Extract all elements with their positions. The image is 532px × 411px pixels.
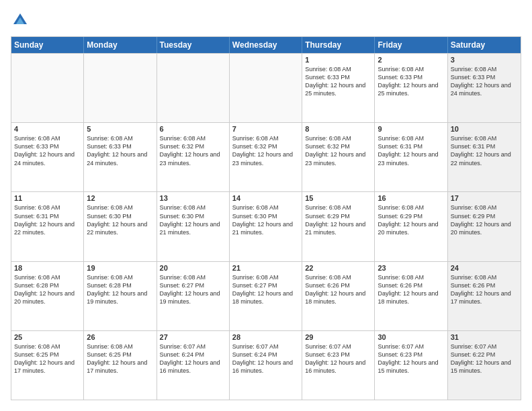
day-info: Sunrise: 6:08 AM Sunset: 6:31 PM Dayligh… — [14, 203, 81, 236]
day-info: Sunrise: 6:08 AM Sunset: 6:29 PM Dayligh… — [451, 203, 518, 236]
calendar-cell — [84, 54, 157, 122]
calendar-row-5: 25Sunrise: 6:08 AM Sunset: 6:25 PM Dayli… — [11, 330, 521, 400]
calendar-header: SundayMondayTuesdayWednesdayThursdayFrid… — [11, 37, 521, 53]
day-number: 18 — [14, 264, 81, 272]
calendar-cell — [157, 54, 230, 122]
day-number: 22 — [305, 264, 371, 272]
header-day-monday: Monday — [84, 37, 157, 53]
day-number: 30 — [378, 333, 444, 341]
day-number: 12 — [87, 194, 153, 202]
calendar-cell: 18Sunrise: 6:08 AM Sunset: 6:28 PM Dayli… — [11, 262, 84, 330]
day-info: Sunrise: 6:08 AM Sunset: 6:32 PM Dayligh… — [160, 134, 226, 167]
day-info: Sunrise: 6:07 AM Sunset: 6:22 PM Dayligh… — [451, 342, 518, 375]
header-day-saturday: Saturday — [448, 37, 521, 53]
logo-icon — [11, 11, 30, 30]
calendar-cell: 11Sunrise: 6:08 AM Sunset: 6:31 PM Dayli… — [11, 192, 84, 261]
day-info: Sunrise: 6:08 AM Sunset: 6:28 PM Dayligh… — [87, 273, 153, 306]
day-info: Sunrise: 6:08 AM Sunset: 6:33 PM Dayligh… — [87, 134, 153, 167]
day-number: 17 — [451, 194, 518, 202]
calendar: SundayMondayTuesdayWednesdayThursdayFrid… — [11, 36, 521, 400]
day-info: Sunrise: 6:08 AM Sunset: 6:25 PM Dayligh… — [14, 342, 81, 375]
calendar-cell: 8Sunrise: 6:08 AM Sunset: 6:32 PM Daylig… — [302, 123, 375, 191]
header-day-friday: Friday — [375, 37, 447, 53]
calendar-cell: 29Sunrise: 6:07 AM Sunset: 6:23 PM Dayli… — [302, 331, 375, 400]
day-info: Sunrise: 6:08 AM Sunset: 6:27 PM Dayligh… — [160, 273, 226, 306]
calendar-cell: 31Sunrise: 6:07 AM Sunset: 6:22 PM Dayli… — [448, 331, 521, 400]
day-number: 10 — [451, 125, 518, 133]
calendar-cell: 12Sunrise: 6:08 AM Sunset: 6:30 PM Dayli… — [84, 192, 157, 261]
day-number: 1 — [305, 56, 371, 64]
day-number: 16 — [378, 194, 444, 202]
day-info: Sunrise: 6:07 AM Sunset: 6:23 PM Dayligh… — [305, 342, 371, 375]
day-info: Sunrise: 6:08 AM Sunset: 6:29 PM Dayligh… — [378, 203, 444, 236]
day-number: 20 — [160, 264, 226, 272]
day-info: Sunrise: 6:08 AM Sunset: 6:25 PM Dayligh… — [87, 342, 153, 375]
day-info: Sunrise: 6:08 AM Sunset: 6:26 PM Dayligh… — [378, 273, 444, 306]
calendar-cell: 25Sunrise: 6:08 AM Sunset: 6:25 PM Dayli… — [11, 331, 84, 400]
day-info: Sunrise: 6:08 AM Sunset: 6:31 PM Dayligh… — [451, 134, 518, 167]
day-number: 27 — [160, 333, 226, 341]
day-number: 8 — [305, 125, 371, 133]
day-info: Sunrise: 6:08 AM Sunset: 6:26 PM Dayligh… — [305, 273, 371, 306]
calendar-cell: 30Sunrise: 6:07 AM Sunset: 6:23 PM Dayli… — [375, 331, 447, 400]
calendar-cell: 23Sunrise: 6:08 AM Sunset: 6:26 PM Dayli… — [375, 262, 447, 330]
calendar-cell: 27Sunrise: 6:07 AM Sunset: 6:24 PM Dayli… — [157, 331, 230, 400]
day-number: 15 — [305, 194, 371, 202]
header-day-sunday: Sunday — [11, 37, 84, 53]
day-number: 9 — [378, 125, 444, 133]
day-number: 26 — [87, 333, 153, 341]
calendar-cell: 7Sunrise: 6:08 AM Sunset: 6:32 PM Daylig… — [230, 123, 302, 191]
day-number: 19 — [87, 264, 153, 272]
header-day-thursday: Thursday — [302, 37, 375, 53]
day-number: 13 — [160, 194, 226, 202]
day-info: Sunrise: 6:08 AM Sunset: 6:26 PM Dayligh… — [451, 273, 518, 306]
day-number: 28 — [232, 333, 299, 341]
day-number: 3 — [451, 56, 518, 64]
calendar-cell: 9Sunrise: 6:08 AM Sunset: 6:31 PM Daylig… — [375, 123, 447, 191]
day-info: Sunrise: 6:08 AM Sunset: 6:30 PM Dayligh… — [87, 203, 153, 236]
calendar-cell: 3Sunrise: 6:08 AM Sunset: 6:33 PM Daylig… — [448, 54, 521, 122]
header — [11, 11, 521, 30]
day-info: Sunrise: 6:08 AM Sunset: 6:33 PM Dayligh… — [451, 65, 518, 98]
calendar-row-4: 18Sunrise: 6:08 AM Sunset: 6:28 PM Dayli… — [11, 261, 521, 330]
day-info: Sunrise: 6:08 AM Sunset: 6:33 PM Dayligh… — [305, 65, 371, 98]
calendar-row-3: 11Sunrise: 6:08 AM Sunset: 6:31 PM Dayli… — [11, 191, 521, 261]
calendar-cell: 4Sunrise: 6:08 AM Sunset: 6:33 PM Daylig… — [11, 123, 84, 191]
calendar-cell: 5Sunrise: 6:08 AM Sunset: 6:33 PM Daylig… — [84, 123, 157, 191]
calendar-cell: 26Sunrise: 6:08 AM Sunset: 6:25 PM Dayli… — [84, 331, 157, 400]
day-info: Sunrise: 6:07 AM Sunset: 6:23 PM Dayligh… — [378, 342, 444, 375]
header-day-wednesday: Wednesday — [230, 37, 302, 53]
day-info: Sunrise: 6:08 AM Sunset: 6:28 PM Dayligh… — [14, 273, 81, 306]
calendar-cell: 24Sunrise: 6:08 AM Sunset: 6:26 PM Dayli… — [448, 262, 521, 330]
day-info: Sunrise: 6:08 AM Sunset: 6:29 PM Dayligh… — [305, 203, 371, 236]
day-number: 5 — [87, 125, 153, 133]
calendar-cell: 6Sunrise: 6:08 AM Sunset: 6:32 PM Daylig… — [157, 123, 230, 191]
day-number: 23 — [378, 264, 444, 272]
calendar-cell: 19Sunrise: 6:08 AM Sunset: 6:28 PM Dayli… — [84, 262, 157, 330]
calendar-cell: 20Sunrise: 6:08 AM Sunset: 6:27 PM Dayli… — [157, 262, 230, 330]
day-info: Sunrise: 6:08 AM Sunset: 6:27 PM Dayligh… — [232, 273, 299, 306]
day-number: 29 — [305, 333, 371, 341]
calendar-cell: 2Sunrise: 6:08 AM Sunset: 6:33 PM Daylig… — [375, 54, 447, 122]
day-number: 4 — [14, 125, 81, 133]
day-info: Sunrise: 6:07 AM Sunset: 6:24 PM Dayligh… — [160, 342, 226, 375]
calendar-cell: 15Sunrise: 6:08 AM Sunset: 6:29 PM Dayli… — [302, 192, 375, 261]
header-day-tuesday: Tuesday — [157, 37, 230, 53]
calendar-cell: 1Sunrise: 6:08 AM Sunset: 6:33 PM Daylig… — [302, 54, 375, 122]
logo — [11, 11, 31, 30]
day-info: Sunrise: 6:08 AM Sunset: 6:33 PM Dayligh… — [378, 65, 444, 98]
day-number: 2 — [378, 56, 444, 64]
day-number: 21 — [232, 264, 299, 272]
calendar-cell: 14Sunrise: 6:08 AM Sunset: 6:30 PM Dayli… — [230, 192, 302, 261]
page: SundayMondayTuesdayWednesdayThursdayFrid… — [0, 0, 532, 411]
calendar-cell: 10Sunrise: 6:08 AM Sunset: 6:31 PM Dayli… — [448, 123, 521, 191]
day-info: Sunrise: 6:08 AM Sunset: 6:31 PM Dayligh… — [378, 134, 444, 167]
day-number: 14 — [232, 194, 299, 202]
day-number: 11 — [14, 194, 81, 202]
calendar-body: 1Sunrise: 6:08 AM Sunset: 6:33 PM Daylig… — [11, 53, 521, 400]
calendar-cell: 16Sunrise: 6:08 AM Sunset: 6:29 PM Dayli… — [375, 192, 447, 261]
calendar-row-1: 1Sunrise: 6:08 AM Sunset: 6:33 PM Daylig… — [11, 53, 521, 122]
day-number: 25 — [14, 333, 81, 341]
calendar-cell — [230, 54, 302, 122]
day-info: Sunrise: 6:08 AM Sunset: 6:32 PM Dayligh… — [232, 134, 299, 167]
